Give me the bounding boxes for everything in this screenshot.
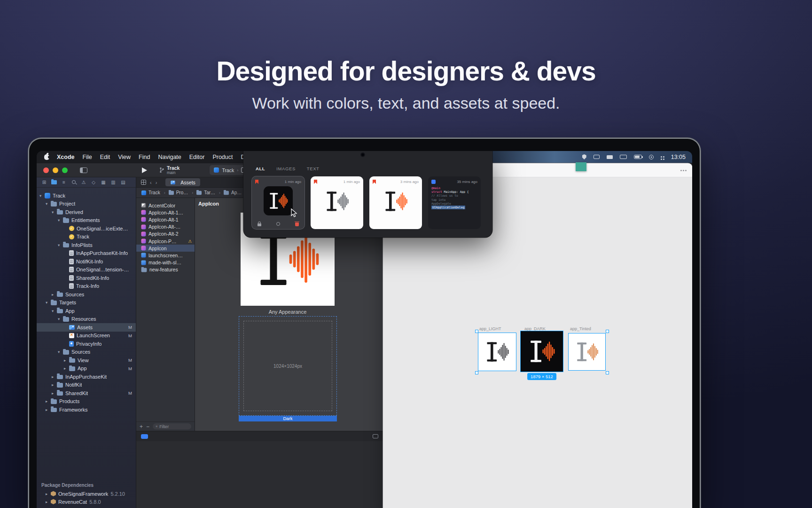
displays-icon[interactable] — [593, 155, 600, 159]
back-arrow-icon[interactable]: ‹ — [150, 180, 152, 185]
disclosure-chevron-icon[interactable] — [52, 210, 57, 214]
device-preview-chip[interactable] — [141, 434, 148, 439]
disclosure-chevron-icon[interactable] — [46, 300, 51, 305]
layer-label-dark[interactable]: app_DARK — [524, 326, 546, 331]
menubar-menu[interactable]: Product — [212, 154, 233, 160]
circle-icon[interactable] — [276, 222, 280, 226]
menubar-menu[interactable]: View — [118, 154, 131, 160]
widget-icon[interactable] — [620, 155, 627, 159]
appicon-dark-slot[interactable]: 1024×1024px — [239, 316, 337, 416]
asset-row[interactable]: AppIcon-Alt-1… — [136, 209, 195, 216]
navigator-tab-reports-icon[interactable]: ▤ — [120, 180, 126, 185]
selection-handle[interactable] — [606, 330, 609, 333]
clipboard-tab[interactable]: ALL — [256, 166, 265, 171]
layer-label-light[interactable]: app_LIGHT — [479, 326, 501, 331]
menubar-app-name[interactable]: Xcode — [57, 154, 75, 160]
control-center-icon[interactable] — [661, 156, 662, 158]
navigator-tab-issues-icon[interactable]: ⚠ — [81, 180, 86, 185]
tree-item[interactable]: Entitlements — [37, 216, 136, 225]
menubar-menu[interactable]: Edit — [100, 154, 110, 160]
color-swatch[interactable] — [576, 162, 586, 171]
apple-logo-icon[interactable] — [44, 154, 49, 160]
zoom-button[interactable] — [62, 167, 68, 173]
clipboard-card[interactable]: 1 min ago — [311, 176, 363, 229]
filter-input[interactable]: Filter — [153, 423, 191, 429]
canvas-toggle-icon[interactable] — [373, 434, 378, 438]
disclosure-chevron-icon[interactable] — [52, 309, 57, 313]
tree-item[interactable]: Derived — [37, 208, 136, 216]
disclosure-chevron-icon[interactable] — [46, 201, 51, 206]
tree-item[interactable]: Sources — [37, 290, 136, 299]
tree-item[interactable]: SharedKit-Info — [37, 274, 136, 282]
lock-icon[interactable] — [258, 223, 261, 226]
disclosure-chevron-icon[interactable] — [39, 193, 45, 198]
disclosure-chevron-icon[interactable] — [46, 407, 51, 412]
disclosure-chevron-icon[interactable] — [46, 492, 51, 496]
disclosure-chevron-icon[interactable] — [46, 500, 51, 504]
disclosure-chevron-icon[interactable] — [58, 349, 63, 354]
tree-item[interactable]: App M — [37, 365, 136, 373]
tree-item[interactable]: NotifKit-Info — [37, 257, 136, 266]
asset-row[interactable]: new-features — [136, 266, 195, 273]
disclosure-chevron-icon[interactable] — [46, 399, 51, 404]
tree-item[interactable]: OneSignal…iceExtension — [37, 224, 136, 233]
tree-item[interactable]: Project — [37, 200, 136, 208]
add-asset-button[interactable] — [140, 424, 143, 429]
asset-row[interactable]: AppIcon-Alt-2 — [136, 230, 195, 238]
asset-row[interactable]: AppIcon-Alt-… — [136, 223, 195, 230]
tree-item[interactable]: OneSignal…tension-Info — [37, 266, 136, 274]
tree-item[interactable]: NotifKit — [37, 381, 136, 389]
package-item[interactable]: OneSignalFramework 5.2.10 — [37, 490, 136, 498]
now-playing-icon[interactable] — [649, 155, 654, 159]
menubar-menu[interactable]: File — [83, 154, 92, 160]
disclosure-chevron-icon[interactable] — [52, 374, 57, 379]
appicon-tinted-tile[interactable] — [569, 333, 605, 370]
navigator-tab-symbols-icon[interactable]: ⊞ — [41, 180, 47, 185]
selection-handle[interactable] — [475, 330, 478, 333]
tab-overview-icon[interactable] — [141, 180, 146, 185]
close-button[interactable] — [43, 167, 49, 173]
breadcrumb-segment[interactable]: Track — [141, 190, 167, 196]
package-item[interactable]: RevenueCat 5.8.0 — [37, 498, 136, 506]
battery-icon[interactable] — [634, 155, 642, 159]
disclosure-chevron-icon[interactable] — [52, 382, 57, 387]
tree-item[interactable]: App — [37, 307, 136, 315]
tab-assets[interactable]: Assets — [165, 178, 200, 186]
asset-row[interactable]: made-with-sl… — [136, 259, 195, 266]
navigator-tab-breakpoints-icon[interactable]: ▥ — [110, 180, 116, 185]
menubar-menu[interactable]: Find — [139, 154, 150, 160]
tree-item[interactable]: Sources — [37, 348, 136, 357]
tree-item[interactable]: InAppPurchaseKit — [37, 373, 136, 381]
forward-arrow-icon[interactable]: › — [156, 180, 157, 185]
breadcrumb-segment[interactable]: Pro… — [168, 190, 195, 195]
screen-record-icon[interactable] — [582, 154, 586, 159]
tree-item[interactable]: Track-Info — [37, 282, 136, 291]
asset-row[interactable]: launchscreen… — [136, 252, 195, 259]
disclosure-chevron-icon[interactable] — [52, 391, 57, 396]
remove-asset-button[interactable] — [146, 424, 149, 429]
tree-item[interactable]: Assets M — [37, 323, 136, 332]
run-button[interactable] — [142, 167, 147, 173]
asset-row[interactable]: AppIcon — [136, 245, 195, 252]
disclosure-chevron-icon[interactable] — [52, 292, 57, 297]
navigator-tab-project-icon[interactable] — [51, 180, 57, 184]
minimize-button[interactable] — [53, 167, 58, 173]
appicon-light-tile[interactable] — [478, 333, 516, 371]
sidebar-toggle-icon[interactable] — [80, 167, 87, 173]
keyboard-icon[interactable] — [607, 155, 613, 159]
trash-icon[interactable] — [295, 222, 299, 226]
tree-item[interactable]: Targets — [37, 299, 136, 307]
tree-item[interactable]: Track — [37, 191, 136, 200]
tree-item[interactable]: InAppPurchaseKit-Info — [37, 249, 136, 258]
menubar-clock[interactable]: 13:05 — [671, 154, 686, 160]
asset-row[interactable]: AccentColor — [136, 202, 195, 209]
tree-item[interactable]: Products — [37, 397, 136, 406]
disclosure-chevron-icon[interactable] — [58, 243, 63, 247]
layer-label-tinted[interactable]: app_Tinted — [570, 326, 591, 331]
tree-item[interactable]: Resources — [37, 315, 136, 324]
asset-row[interactable]: AppIcon-Alt-1 — [136, 216, 195, 223]
asset-row[interactable]: AppIcon-P… — [136, 238, 195, 245]
disclosure-chevron-icon[interactable] — [58, 218, 63, 222]
more-options-icon[interactable] — [680, 170, 682, 171]
dark-appearance-label[interactable]: Dark — [239, 416, 337, 421]
